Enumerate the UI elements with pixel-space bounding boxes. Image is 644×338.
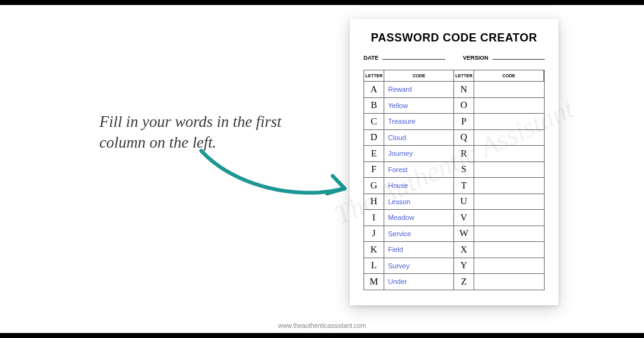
code-value: Field: [388, 246, 403, 253]
code-cell: Field: [384, 242, 454, 258]
bottom-border-bar: [0, 333, 644, 338]
code-value: Survey: [388, 262, 409, 270]
code-cell: [474, 194, 544, 210]
arrow-icon: [195, 141, 358, 210]
letter-cell: L: [364, 258, 384, 275]
header-code-2: CODE: [474, 70, 544, 82]
code-cell: Treasure: [384, 114, 454, 130]
letter-cell: G: [364, 178, 384, 194]
code-cell: Cloud: [384, 130, 454, 146]
header-code-1: CODE: [384, 70, 454, 82]
letter-cell: J: [364, 226, 384, 243]
letter-cell: Z: [454, 274, 474, 290]
code-value: Yellow: [388, 102, 408, 109]
code-value: Meadow: [388, 214, 414, 221]
letter-cell: Y: [454, 258, 474, 275]
code-cell: Reward: [384, 82, 454, 98]
letter-cell: E: [364, 146, 384, 162]
code-value: Journey: [388, 150, 413, 157]
code-value: Forest: [388, 166, 408, 173]
letter-cell: T: [454, 178, 474, 194]
letter-cell: C: [364, 114, 384, 130]
letter-cell: U: [454, 194, 474, 210]
worksheet-title: PASSWORD CODE CREATOR: [364, 31, 545, 45]
letter-cell: P: [454, 114, 474, 130]
date-line: [382, 53, 445, 60]
code-cell: Yellow: [384, 98, 454, 114]
footer-url: www.theauthenticassistant.com: [0, 322, 644, 329]
code-cell: Survey: [384, 258, 454, 275]
code-value: Cloud: [388, 134, 406, 141]
code-cell: [474, 210, 544, 226]
code-cell: Service: [384, 226, 454, 243]
letter-cell: O: [454, 98, 474, 114]
date-label: DATE: [364, 55, 379, 61]
letter-cell: Q: [454, 130, 474, 146]
code-cell: [474, 162, 544, 178]
code-cell: [474, 274, 544, 290]
date-field: DATE: [364, 53, 445, 61]
code-value: Under: [388, 278, 407, 285]
code-cell: [474, 178, 544, 194]
letter-cell: V: [454, 210, 474, 226]
letter-cell: R: [454, 146, 474, 162]
letter-cell: I: [364, 210, 384, 226]
code-cell: [474, 258, 544, 275]
letter-cell: S: [454, 162, 474, 178]
version-label: VERSION: [463, 55, 489, 61]
letter-cell: M: [364, 274, 384, 290]
code-cell: [474, 82, 544, 98]
code-cell: Journey: [384, 146, 454, 162]
letter-cell: W: [454, 226, 474, 243]
code-cell: Lesson: [384, 194, 454, 210]
code-value: Lesson: [388, 198, 410, 205]
letter-cell: B: [364, 98, 384, 114]
header-letter-1: LETTER: [364, 70, 384, 82]
code-cell: Under: [384, 274, 454, 290]
letter-cell: F: [364, 162, 384, 178]
code-cell: House: [384, 178, 454, 194]
worksheet-paper: The Authentic Assistant PASSWORD CODE CR…: [350, 19, 558, 305]
letter-cell: A: [364, 82, 384, 98]
header-letter-2: LETTER: [454, 70, 474, 82]
code-cell: [474, 130, 544, 146]
code-cell: [474, 114, 544, 130]
meta-row: DATE VERSION: [364, 53, 545, 61]
code-cell: [474, 146, 544, 162]
code-cell: Meadow: [384, 210, 454, 226]
code-value: Service: [388, 230, 411, 237]
code-value: Treasure: [388, 117, 416, 125]
code-cell: [474, 226, 544, 243]
letter-cell: D: [364, 130, 384, 146]
letter-cell: K: [364, 242, 384, 258]
code-cell: [474, 98, 544, 114]
code-value: House: [388, 182, 408, 189]
code-cell: Forest: [384, 162, 454, 178]
code-table: LETTER CODE LETTER CODE ARewardNBYellowO…: [364, 70, 545, 290]
version-field: VERSION: [463, 53, 545, 61]
code-cell: [474, 242, 544, 258]
letter-cell: X: [454, 242, 474, 258]
letter-cell: H: [364, 194, 384, 210]
top-border-bar: [0, 0, 644, 5]
version-line: [492, 53, 545, 60]
code-value: Reward: [388, 85, 412, 93]
letter-cell: N: [454, 82, 474, 98]
